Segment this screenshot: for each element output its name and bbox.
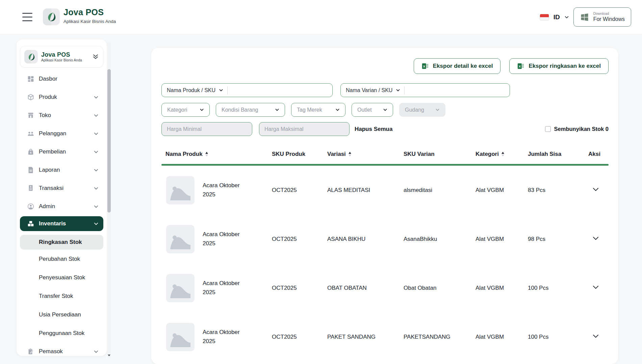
column-header-nama-produk[interactable]: Nama Produk: [161, 151, 272, 158]
variant-search-combo: Nama Varian / SKU: [340, 83, 510, 97]
kondisi-barang-dropdown-label: Kondisi Barang: [222, 107, 258, 113]
sidebar-item-pemasok[interactable]: Pemasok: [17, 342, 107, 361]
sidebar-brand-logo: [24, 50, 38, 63]
kategori-dropdown[interactable]: Kategori: [161, 103, 210, 117]
sidebar-item-label: Pemasok: [39, 348, 94, 355]
sort-icon[interactable]: [349, 152, 351, 157]
variant-name: ALAS MEDITASI: [327, 187, 404, 194]
product-name: Acara Oktober 2025: [203, 328, 242, 346]
product-search-input[interactable]: [228, 84, 332, 97]
chevron-down-icon: [435, 108, 440, 112]
sidebar-item-pembelian[interactable]: $ Pembelian: [17, 143, 107, 161]
expand-row-chevron-icon[interactable]: [592, 283, 600, 291]
sort-icon[interactable]: [502, 152, 504, 157]
sidebar-brand-card: Jova POS Aplikasi Kasir Bisnis Anda: [20, 46, 103, 67]
chevron-down-icon: [383, 108, 387, 112]
product-sku: OCT2025: [272, 187, 327, 194]
variant-search-input[interactable]: [405, 84, 510, 97]
sidebar-item-inventaris[interactable]: Inventaris: [20, 216, 103, 231]
search-filters: Nama Produk / SKU Nama Varian / SKU: [161, 83, 609, 97]
chevron-down-icon: [94, 168, 99, 173]
sidebar-subitem-ringkasan-stok[interactable]: Ringkasan Stok: [20, 235, 103, 250]
boxes-icon: [27, 220, 34, 227]
table-row: Acara Oktober 2025 OCT2025 ALAS MEDITASI…: [161, 166, 609, 215]
sort-icon[interactable]: [205, 152, 208, 157]
expand-row-chevron-icon[interactable]: [592, 234, 600, 242]
stock-quantity: 100 Pcs: [528, 285, 588, 291]
sidebar-subitem-perubahan-stok[interactable]: Perubahan Stok: [17, 250, 107, 268]
chevron-down-icon[interactable]: [396, 88, 400, 92]
app-title: Jova POS: [63, 7, 104, 17]
table-row: Acara Oktober 2025 OCT2025 ASANA BIKHU A…: [161, 215, 609, 263]
product-image-placeholder-icon: [166, 176, 195, 204]
tag-merek-dropdown[interactable]: Tag Merek: [291, 103, 345, 117]
sidebar-item-toko[interactable]: Toko: [17, 106, 107, 124]
indonesia-flag-icon: [540, 14, 549, 21]
column-header-variasi[interactable]: Variasi: [327, 151, 404, 158]
sidebar-item-pelanggan[interactable]: Pelanggan: [17, 124, 107, 143]
scrollbar-thumb[interactable]: [107, 69, 111, 213]
table-row: Acara Oktober 2025 OCT2025 OBAT OBATAN O…: [161, 263, 609, 312]
dropdown-filters: Kategori Kondisi Barang Tag Merek Outlet…: [161, 103, 609, 117]
sidebar-item-label: Pembelian: [39, 148, 94, 155]
hide-zero-stock-label: Sembunyikan Stok 0: [554, 126, 609, 132]
chevron-down-icon[interactable]: [219, 88, 223, 92]
product-search-type-select[interactable]: Nama Produk / SKU: [167, 87, 215, 93]
sidebar-scrollbar[interactable]: [107, 41, 111, 358]
app-header: Jova POS Aplikasi Kasir Bisnis Anda ID D…: [0, 0, 642, 34]
collapse-sidebar-icon[interactable]: [92, 53, 99, 60]
column-header-jumlah-sisa: Jumlah Sisa: [528, 151, 588, 158]
expand-row-chevron-icon[interactable]: [592, 332, 600, 340]
sidebar-item-admin[interactable]: Admin: [17, 197, 107, 216]
outlet-dropdown-label: Outlet: [357, 107, 372, 113]
price-min-input[interactable]: [161, 122, 252, 136]
column-header-aksi: Aksi: [588, 151, 609, 158]
variant-sku: alsmeditasi: [404, 187, 476, 194]
product-search-combo: Nama Produk / SKU: [161, 83, 333, 97]
storefront-icon: [27, 112, 34, 119]
sidebar-item-dasbor[interactable]: Dasbor: [17, 70, 107, 88]
product-sku: OCT2025: [272, 285, 327, 291]
variant-name: OBAT OBATAN: [327, 285, 404, 291]
receipt-icon: $: [27, 185, 34, 192]
svg-text:$: $: [30, 151, 31, 154]
sidebar-subitem-transfer-stok[interactable]: Transfer Stok: [17, 287, 107, 305]
sidebar-item-produk[interactable]: Produk: [17, 88, 107, 106]
sidebar-item-transaksi[interactable]: $ Transaksi: [17, 179, 107, 197]
gudang-dropdown-disabled: Gudang: [399, 103, 445, 117]
download-windows-button[interactable]: Download For Windows: [573, 7, 631, 27]
sidebar-subitem-usia-persediaan[interactable]: Usia Persediaan: [17, 305, 107, 324]
category: Alat VGBM: [476, 187, 528, 194]
language-selector[interactable]: ID: [554, 13, 560, 21]
chevron-down-icon: [335, 108, 340, 112]
product-sku: OCT2025: [272, 334, 327, 340]
leaf-icon: [27, 52, 36, 61]
category: Alat VGBM: [476, 236, 528, 243]
gudang-dropdown-label: Gudang: [405, 107, 424, 113]
outlet-dropdown[interactable]: Outlet: [352, 103, 393, 117]
column-header-kategori[interactable]: Kategori: [476, 151, 528, 158]
hamburger-menu-icon[interactable]: [22, 13, 34, 21]
hide-zero-stock-checkbox[interactable]: [545, 126, 551, 132]
sidebar-subitem-penggunaan-stok[interactable]: Penggunaan Stok: [17, 324, 107, 342]
kondisi-barang-dropdown[interactable]: Kondisi Barang: [216, 103, 285, 117]
clear-all-filters-button[interactable]: Hapus Semua: [355, 126, 392, 133]
export-summary-button[interactable]: X Ekspor ringkasan ke excel: [509, 58, 609, 74]
chevron-down-icon: [94, 349, 99, 354]
chevron-down-icon: [200, 108, 204, 112]
product-image-placeholder-icon: [166, 323, 195, 351]
download-label-small: Download: [593, 11, 609, 16]
variant-search-type-select[interactable]: Nama Varian / SKU: [346, 87, 392, 93]
scroll-down-arrow-icon[interactable]: [107, 353, 111, 357]
export-summary-label: Ekspor ringkasan ke excel: [529, 63, 601, 69]
price-max-input[interactable]: [259, 122, 350, 136]
shopping-bag-dollar-icon: $: [27, 148, 34, 156]
expand-row-chevron-icon[interactable]: [592, 185, 600, 193]
export-detail-button[interactable]: X Ekspor detail ke excel: [414, 58, 501, 74]
chevron-down-icon[interactable]: [564, 15, 569, 20]
sidebar-item-laporan[interactable]: Laporan: [17, 161, 107, 179]
column-header-sku-varian: SKU Varian: [404, 151, 476, 158]
sidebar-subitem-penyesuaian-stok[interactable]: Penyesuaian Stok: [17, 268, 107, 287]
chevron-down-icon: [94, 95, 99, 100]
tag-merek-dropdown-label: Tag Merek: [297, 107, 322, 113]
